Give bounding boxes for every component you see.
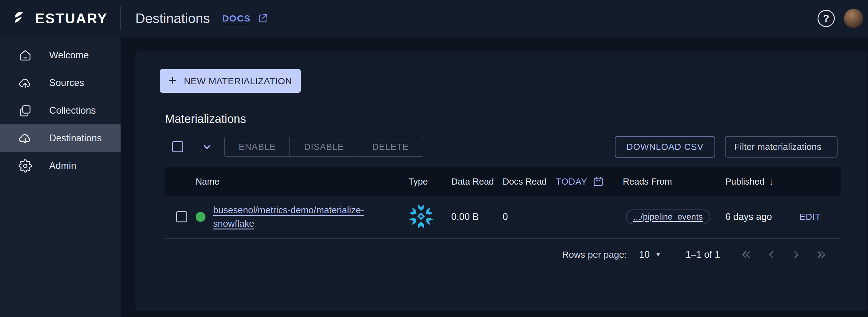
new-materialization-label: NEW MATERIALIZATION	[184, 76, 292, 86]
row-type-cell	[408, 204, 451, 230]
help-button[interactable]: ?	[817, 10, 835, 27]
header-type: Type	[408, 177, 451, 187]
date-filter-label: TODAY	[556, 177, 587, 187]
cloud-upload-icon	[19, 76, 32, 90]
status-dot	[196, 212, 206, 222]
docs-link-label: DOCS	[222, 13, 251, 24]
row-actions-cell: EDIT	[799, 212, 841, 222]
download-csv-button[interactable]: DOWNLOAD CSV	[615, 136, 715, 157]
sidebar: Welcome Sources Collections Destinations	[0, 37, 121, 317]
filter-materializations-input[interactable]	[725, 136, 838, 157]
top-bar: ESTUARY Destinations DOCS ?	[0, 0, 868, 37]
cloud-download-icon	[19, 132, 32, 145]
sidebar-item-sources[interactable]: Sources	[0, 69, 121, 97]
table-row: busesenol/metrics-demo/materialize- snow…	[165, 196, 841, 239]
double-chevron-left-icon	[739, 248, 753, 261]
table-footer: Rows per page: 10 ▼ 1–1 of 1	[165, 239, 841, 271]
edit-button[interactable]: EDIT	[799, 212, 821, 222]
header-name: Name	[196, 177, 408, 187]
header-published-sort[interactable]: Published ↓	[725, 176, 799, 187]
materialization-name-line2: snowflake	[213, 217, 364, 231]
chevron-right-icon	[789, 248, 803, 261]
materialization-name-line1: busesenol/metrics-demo/materialize-	[213, 203, 364, 217]
pagination-controls	[737, 246, 830, 263]
help-icon: ?	[823, 12, 829, 24]
table-toolbar: ENABLE DISABLE DELETE DOWNLOAD CSV	[165, 136, 840, 157]
snowflake-connector-icon	[408, 204, 434, 229]
user-avatar[interactable]	[844, 9, 863, 28]
bulk-actions-group: ENABLE DISABLE DELETE	[224, 137, 423, 157]
toolbar-right: DOWNLOAD CSV	[615, 136, 838, 157]
sidebar-item-welcome[interactable]: Welcome	[0, 41, 121, 69]
row-checkbox[interactable]	[176, 211, 187, 222]
select-all-checkbox[interactable]	[172, 141, 183, 152]
row-select-cell	[165, 211, 196, 222]
previous-page-button[interactable]	[763, 246, 780, 263]
header-data-read: Data Read	[451, 177, 503, 187]
estuary-logo[interactable]: ESTUARY	[0, 10, 120, 27]
reads-from-chip[interactable]: .../pipeline_events	[626, 210, 710, 224]
next-page-button[interactable]	[788, 246, 805, 263]
rows-per-page-select[interactable]: 10 ▼	[639, 249, 661, 260]
double-chevron-right-icon	[815, 248, 828, 261]
row-docs-read: 0	[503, 211, 556, 222]
logo-text: ESTUARY	[35, 10, 107, 27]
sidebar-item-label: Destinations	[49, 133, 102, 144]
rows-per-page-value: 10	[639, 249, 650, 260]
rows-per-page-label: Rows per page:	[562, 249, 627, 260]
sort-desc-icon: ↓	[769, 176, 774, 187]
home-icon	[19, 48, 32, 62]
main-content: + NEW MATERIALIZATION Materializations E…	[121, 37, 868, 317]
sidebar-item-destinations[interactable]: Destinations	[0, 125, 121, 152]
sidebar-item-admin[interactable]: Admin	[0, 152, 121, 180]
external-link-icon	[257, 12, 269, 24]
materializations-table: Name Type Data Read Docs Read TODAY Read…	[165, 167, 841, 271]
estuary-logo-icon	[13, 10, 30, 27]
gear-icon	[19, 159, 32, 173]
header-reads-from: Reads From	[623, 177, 725, 187]
row-reads-from-cell: .../pipeline_events	[623, 210, 725, 224]
chevron-left-icon	[764, 248, 778, 261]
reads-from-label: .../pipeline_events	[633, 212, 703, 222]
sidebar-item-label: Welcome	[49, 50, 89, 61]
row-name-cell: busesenol/metrics-demo/materialize- snow…	[196, 203, 408, 231]
sidebar-item-label: Collections	[49, 105, 96, 116]
topbar-divider	[120, 6, 121, 30]
last-page-button[interactable]	[813, 246, 830, 263]
sidebar-item-label: Admin	[49, 160, 76, 171]
sidebar-item-label: Sources	[49, 77, 84, 89]
sidebar-item-collections[interactable]: Collections	[0, 97, 121, 125]
row-data-read: 0,00 B	[451, 211, 503, 222]
page-title: Destinations	[135, 11, 210, 26]
pagination-range: 1–1 of 1	[686, 249, 720, 260]
section-title: Materializations	[165, 112, 840, 126]
row-published: 6 days ago	[725, 211, 799, 222]
disable-button[interactable]: DISABLE	[289, 137, 358, 156]
header-docs-read: Docs Read	[503, 177, 556, 187]
table-header-row: Name Type Data Read Docs Read TODAY Read…	[165, 167, 841, 196]
header-published-label: Published	[725, 177, 764, 187]
calendar-icon	[592, 175, 604, 188]
topbar-actions: ?	[817, 9, 868, 28]
first-page-button[interactable]	[737, 246, 754, 263]
chevron-down-icon	[201, 141, 213, 153]
caret-down-icon: ▼	[655, 251, 661, 258]
docs-link[interactable]: DOCS	[222, 12, 269, 24]
collections-icon	[19, 104, 32, 117]
delete-button[interactable]: DELETE	[358, 137, 423, 156]
materialization-link[interactable]: busesenol/metrics-demo/materialize- snow…	[213, 203, 364, 231]
new-materialization-button[interactable]: + NEW MATERIALIZATION	[160, 69, 301, 93]
materializations-card: + NEW MATERIALIZATION Materializations E…	[135, 51, 867, 311]
select-menu-button[interactable]	[201, 141, 213, 153]
date-filter-button[interactable]: TODAY	[556, 175, 623, 188]
enable-button[interactable]: ENABLE	[225, 137, 289, 156]
plus-icon: +	[169, 74, 177, 87]
